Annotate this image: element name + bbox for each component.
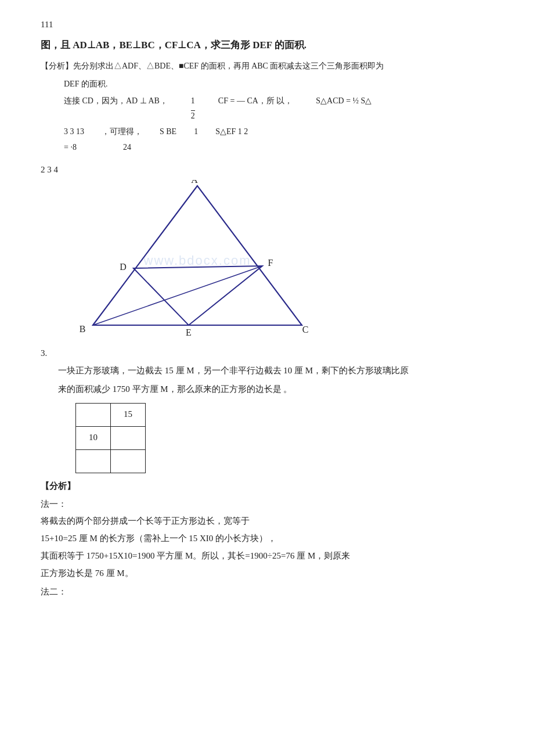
label-C: C: [302, 325, 309, 334]
method1-line2: 15+10=25 厘 M 的长方形（需补上一个 15 XI0 的小长方块），: [41, 531, 499, 546]
label-B: B: [80, 324, 86, 334]
rect-cell-mr: [111, 426, 146, 449]
diagram-section: 2 3 4 www.bdocx.com A B C D E F: [41, 163, 499, 343]
label-A: A: [191, 180, 198, 185]
method1-line1: 将截去的两个部分拼成一个长等于正方形边长，宽等于: [41, 513, 499, 528]
label-E: E: [186, 327, 192, 337]
method1-line3: 其面积等于 1750+15X10=1900 平方厘 M。所以，其长=1900÷2…: [41, 548, 499, 563]
line-BF: [93, 266, 262, 325]
rect-cell-tl: [76, 403, 111, 426]
problem-title: 图，且 AD⊥AB，BE⊥BC，CF⊥CA，求三角形 DEF 的面积.: [41, 37, 499, 54]
triangle-svg: A B C D E F: [75, 180, 319, 343]
method1-line4: 正方形边长是 76 厘 M。: [41, 566, 499, 581]
analysis-indent: DEF 的面积.: [64, 77, 499, 91]
analysis-line1: 连接 CD，因为，AD ⊥ AB， 1 2 CF = — CA，所 以， S△A…: [64, 93, 499, 123]
analysis2-header: 【分析】: [41, 479, 499, 494]
analysis-def-text: DEF 的面积.: [64, 80, 107, 88]
rect-table: 15 10: [75, 403, 146, 473]
problem3-body2: 来的面积减少 1750 平方厘 M，那么原来的正方形的边长是 。: [41, 381, 499, 397]
triangle-ABC: [93, 186, 302, 325]
rect-row-top: 15: [76, 403, 146, 426]
rect-cell-tr: 15: [111, 403, 146, 426]
rect-row-bot: [76, 449, 146, 473]
label-F: F: [268, 258, 273, 268]
triangle-DEF: [134, 266, 262, 325]
analysis-val-line: = ·8 24: [64, 140, 499, 154]
rect-row-mid: 10: [76, 426, 146, 449]
problem3-num: 3.: [41, 346, 499, 361]
problem3-body1: 一块正方形玻璃，一边截去 15 厘 M，另一个非平行边截去 10 厘 M，剩下的…: [41, 363, 499, 378]
rect-cell-bl: [76, 449, 111, 473]
rect-cell-ml: 10: [76, 426, 111, 449]
page-number: 111: [41, 17, 499, 33]
method1-label: 法一：: [41, 497, 499, 512]
diagram-label: 2 3 4: [41, 163, 58, 178]
analysis-intro-text: 【分析】先分别求出△ADF、△BDE、■CEF 的面积，再用 ABC 面积减去这…: [41, 62, 384, 70]
rect-cell-br: [111, 449, 146, 473]
analysis-block: 【分析】先分别求出△ADF、△BDE、■CEF 的面积，再用 ABC 面积减去这…: [41, 59, 499, 73]
analysis-line2: 3 3 13 ，可理得， S BE 1 S△EF 1 2: [64, 124, 499, 139]
method2-label: 法二：: [41, 585, 499, 600]
label-D: D: [120, 262, 127, 272]
